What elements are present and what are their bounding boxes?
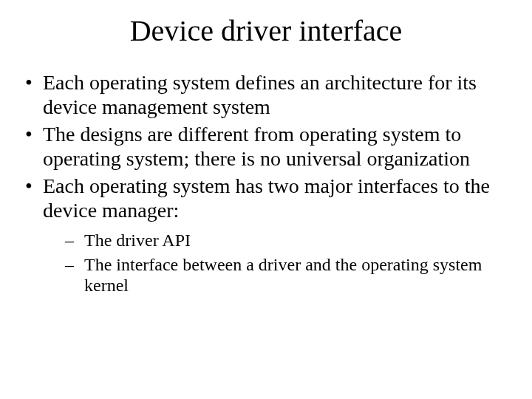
bullet-item: The designs are different from operating… <box>22 122 510 171</box>
sub-bullet-list: The driver API The interface between a d… <box>43 230 510 296</box>
sub-bullet-item: The driver API <box>43 230 510 250</box>
bullet-text: Each operating system has two major inte… <box>43 174 490 222</box>
slide-title: Device driver interface <box>22 13 510 48</box>
sub-bullet-item: The interface between a driver and the o… <box>43 254 510 296</box>
slide: Device driver interface Each operating s… <box>0 0 532 399</box>
bullet-item: Each operating system has two major inte… <box>22 174 510 296</box>
bullet-list: Each operating system defines an archite… <box>22 70 510 296</box>
bullet-item: Each operating system defines an archite… <box>22 70 510 119</box>
